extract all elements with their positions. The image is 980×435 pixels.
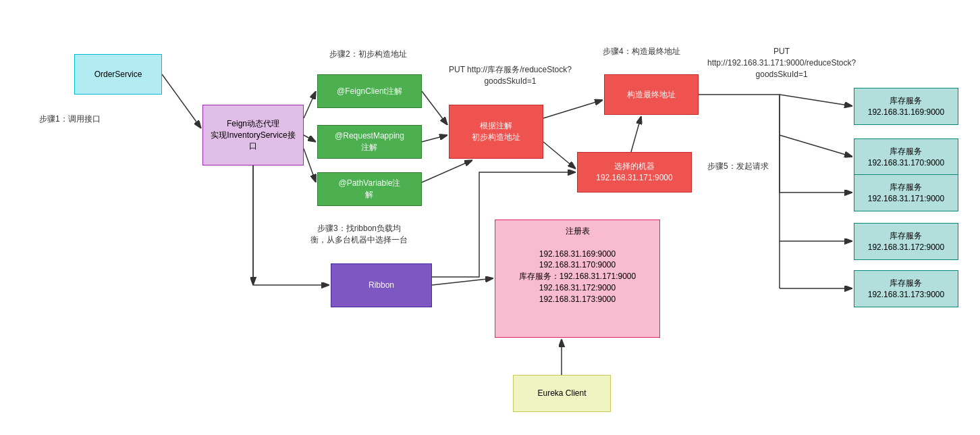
- inv5-node: 库存服务192.168.31.173:9000: [854, 270, 958, 307]
- feign-proxy-node: Feign动态代理实现InventoryService接口: [202, 105, 304, 165]
- build-final-url-node: 构造最终地址: [604, 74, 699, 115]
- order-service-label: OrderService: [94, 69, 142, 80]
- feign1-label: @FeignClient注解: [337, 86, 402, 97]
- feign2-label: @RequestMapping注解: [335, 130, 404, 153]
- selected-machine-label: 选择的机器192.168.31.171:9000: [596, 161, 672, 184]
- step4-url-label: PUThttp://192.168.31.171:9000/reduceStoc…: [707, 46, 856, 80]
- inv5-label: 库存服务192.168.31.173:9000: [868, 278, 944, 301]
- feign1-node: @FeignClient注解: [317, 74, 422, 108]
- svg-line-3: [304, 135, 316, 142]
- diagram: OrderService Feign动态代理实现InventoryService…: [0, 0, 980, 435]
- step4-label: 步骤4：构造最终地址: [603, 46, 680, 57]
- ribbon-node: Ribbon: [331, 263, 432, 307]
- inv3-label: 库存服务192.168.31.171:9000: [868, 182, 944, 205]
- step2-label: 步骤2：初步构造地址: [329, 49, 407, 60]
- svg-line-14: [780, 135, 852, 157]
- svg-line-12: [432, 278, 493, 285]
- svg-line-1: [162, 74, 201, 128]
- step1-label: 步骤1：调用接口: [39, 113, 101, 125]
- inv4-node: 库存服务192.168.31.172:9000: [854, 223, 958, 260]
- svg-line-9: [631, 116, 641, 152]
- feign3-label: @PathVariable注解: [338, 178, 400, 201]
- feign-proxy-label: Feign动态代理实现InventoryService接口: [211, 118, 295, 152]
- step5-label: 步骤5：发起请求: [707, 161, 769, 172]
- inv1-node: 库存服务192.168.31.169:9000: [854, 88, 958, 125]
- svg-line-2: [304, 91, 316, 118]
- svg-line-13: [780, 95, 852, 106]
- inv1-label: 库存服务192.168.31.169:9000: [868, 95, 944, 118]
- svg-line-5: [422, 91, 447, 125]
- feign3-node: @PathVariable注解: [317, 172, 422, 206]
- build-init-url-node: 根据注解初步构造地址: [449, 105, 543, 159]
- eureka-client-label: Eureka Client: [537, 388, 586, 399]
- svg-line-10: [543, 142, 576, 169]
- inv2-label: 库存服务192.168.31.170:9000: [868, 146, 944, 169]
- order-service-node: OrderService: [74, 54, 162, 95]
- feign2-node: @RequestMapping注解: [317, 125, 422, 159]
- registry-label: 注册表192.168.31.169:9000192.168.31.170:900…: [501, 226, 654, 305]
- build-init-url-label: 根据注解初步构造地址: [472, 120, 520, 143]
- put-url-label: PUT http://库存服务/reduceStock?goodsSkuId=1: [449, 64, 572, 87]
- svg-line-6: [422, 135, 447, 142]
- selected-machine-node: 选择的机器192.168.31.171:9000: [577, 152, 692, 193]
- build-final-url-label: 构造最终地址: [627, 89, 676, 101]
- ribbon-label: Ribbon: [369, 280, 394, 291]
- inv3-node: 库存服务192.168.31.171:9000: [854, 174, 958, 211]
- inv4-label: 库存服务192.168.31.172:9000: [868, 230, 944, 253]
- svg-line-4: [304, 149, 316, 182]
- inv2-node: 库存服务192.168.31.170:9000: [854, 138, 958, 176]
- svg-line-8: [543, 100, 603, 118]
- eureka-client-node: Eureka Client: [513, 375, 611, 412]
- svg-line-7: [422, 160, 472, 182]
- registry-node: 注册表192.168.31.169:9000192.168.31.170:900…: [495, 220, 660, 338]
- step3-label: 步骤3：找ribbon负载均衡，从多台机器中选择一台: [310, 223, 408, 246]
